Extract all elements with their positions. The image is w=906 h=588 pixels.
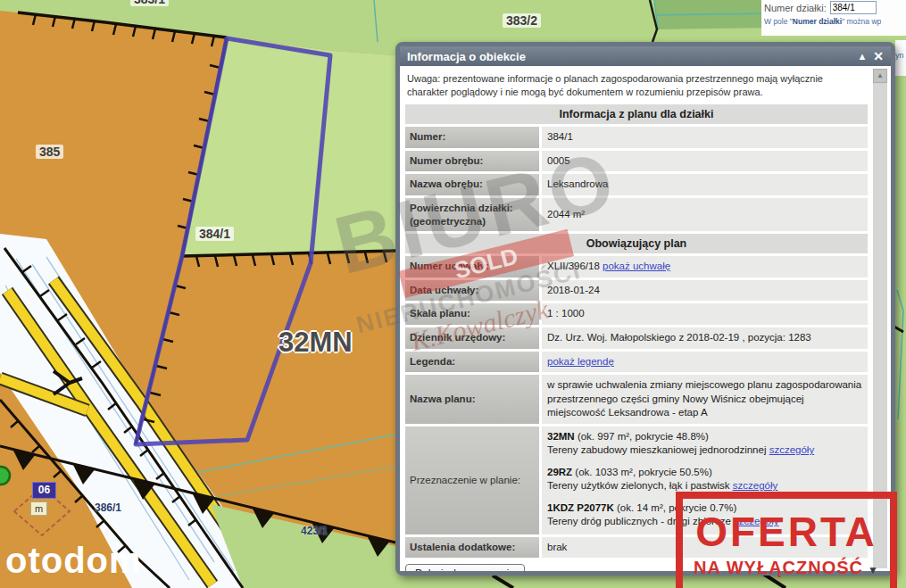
details-link[interactable]: szczegóły: [734, 516, 779, 526]
table-row-additional: Ustalenia dodatkowe: brak: [405, 537, 868, 559]
table-row-legend: Legenda: pokaż legendę: [405, 352, 868, 373]
parcel-search-hint: W pole "Numer działki" można wp: [764, 17, 903, 26]
purpose-entry: 29RZ (ok. 1033 m², pokrycie 50.5%) Teren…: [547, 466, 862, 493]
dialog-titlebar[interactable]: Informacja o obiekcie ▲ ✕: [400, 46, 891, 66]
screenshot-root: 385 383/1 383/2 384/1 32MN 386/1 423/1 0…: [0, 0, 906, 588]
table-row-area: Powierzchnia działki:(geometryczna) 2044…: [405, 198, 868, 232]
table-row-plan-scale: Skala planu: 1 : 1000: [405, 303, 868, 325]
table-row-purpose: Przeznaczenie w planie: 32MN (ok. 997 m²…: [405, 427, 868, 534]
scroll-up-icon[interactable]: ▲: [873, 69, 887, 83]
table-row-journal: Dziennik urzędowy: Dz. Urz. Woj. Małopol…: [405, 327, 868, 349]
show-legend-link[interactable]: pokaż legendę: [547, 356, 614, 367]
section-header-plan: Obowiązujący plan: [405, 234, 868, 253]
disclaimer-text: Uwaga: prezentowane informacje o planach…: [407, 72, 866, 98]
show-resolution-link[interactable]: pokaż uchwałę: [603, 261, 670, 271]
purpose-entry: 32MN (ok. 997 m², pokrycie 48.8%) Tereny…: [547, 430, 862, 458]
table-row-resolution-date: Data uchwały: 2018-01-24: [405, 280, 868, 302]
parcel-number-label: Numer działki:: [764, 3, 827, 13]
table-row-plan-name: Nazwa planu: w sprawie uchwalenia zmiany…: [405, 375, 868, 424]
table-row-precinct-name: Nazwa obrębu: Leksandrowa: [405, 174, 868, 195]
show-plan-on-map-button[interactable]: Pokaż plan na mapie: [405, 564, 525, 571]
otodom-logo: otodom: [5, 541, 142, 581]
panel-text-fragment: yn: [895, 40, 906, 76]
table-row-resolution-number: Numer uchwały: XLII/396/18 pokaż uchwałę: [405, 256, 868, 277]
utility-point-icon: [0, 467, 10, 484]
table-row-number: Numer: 384/1: [405, 127, 868, 148]
section-header-plot: Informacja z planu dla działki: [405, 104, 868, 124]
road-marker-m: m: [30, 501, 47, 516]
details-link[interactable]: szczegóły: [733, 480, 778, 491]
object-info-dialog: Informacja o obiekcie ▲ ✕ Uwaga: prezent…: [395, 42, 895, 576]
minimize-icon[interactable]: ▲: [857, 52, 867, 62]
close-icon[interactable]: ✕: [873, 50, 884, 62]
details-link[interactable]: szczegóły: [769, 444, 815, 455]
road-marker-06: 06: [32, 482, 56, 499]
dialog-content: Uwaga: prezentowane informacje o planach…: [400, 66, 891, 571]
dialog-title: Informacja o obiekcie: [407, 50, 526, 63]
table-row-precinct-number: Numer obrębu: 0005: [405, 151, 868, 172]
purpose-entry: 1KDZ P2077K (ok. 14 m², pokrycie 0.7%) T…: [547, 501, 862, 529]
dialog-scrollbar[interactable]: ▲: [873, 69, 887, 568]
parcel-search-panel: Numer działki: W pole "Numer działki" mo…: [761, 0, 906, 36]
parcel-number-input[interactable]: [830, 1, 877, 14]
